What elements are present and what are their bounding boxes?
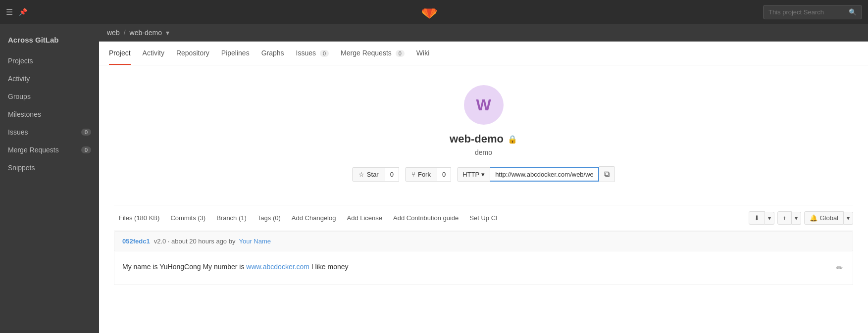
- star-icon: ☆: [358, 171, 364, 178]
- commit-hash-link[interactable]: 052fedc1: [122, 238, 150, 245]
- download-dropdown[interactable]: ▾: [765, 212, 774, 225]
- sidebar: Across GitLab Projects Activity Groups M…: [0, 24, 99, 333]
- commit-author-link[interactable]: Your Name: [239, 238, 271, 245]
- search-box[interactable]: 🔍: [763, 5, 862, 19]
- tab-graphs[interactable]: Graphs: [261, 42, 284, 65]
- global-label: Global: [819, 214, 838, 222]
- plus-icon: +: [783, 214, 787, 222]
- tab-merge-requests[interactable]: Merge Requests 0: [341, 42, 405, 65]
- breadcrumb-web-demo[interactable]: web-demo: [130, 29, 162, 37]
- merge-requests-tab-badge: 0: [396, 50, 405, 57]
- setup-ci-link[interactable]: Set Up CI: [464, 212, 502, 224]
- hamburger-icon[interactable]: ☰: [6, 7, 13, 17]
- fork-button-group: ⑂ Fork 0: [405, 167, 451, 182]
- readme-text-before: My name is YuHongCong My number is: [122, 263, 246, 271]
- commit-message: v2.0 · about 20 hours ago by: [154, 238, 236, 245]
- plus-button[interactable]: +: [777, 211, 792, 225]
- breadcrumb: web / web-demo ▾: [107, 29, 169, 37]
- clone-section: HTTP ▾ ⧉: [457, 166, 615, 182]
- nav-tabs: Project Activity Repository Pipelines Gr…: [99, 42, 868, 65]
- lock-icon: 🔒: [508, 135, 517, 144]
- pin-icon[interactable]: 📌: [19, 8, 27, 16]
- bell-icon: 🔔: [810, 214, 817, 222]
- sidebar-item-projects[interactable]: Projects: [0, 52, 99, 70]
- top-bar-center: [105, 3, 753, 21]
- breadcrumb-dropdown-icon[interactable]: ▾: [166, 29, 169, 37]
- project-name: web-demo: [450, 133, 504, 145]
- fork-button[interactable]: ⑂ Fork: [405, 167, 437, 182]
- breadcrumb-bar: web / web-demo ▾: [99, 24, 868, 42]
- tab-issues[interactable]: Issues 0: [296, 42, 329, 65]
- tab-pipelines[interactable]: Pipelines: [221, 42, 250, 65]
- top-bar: ☰ 📌 🔍: [0, 0, 868, 24]
- merge-requests-badge: 0: [81, 146, 91, 153]
- clone-url-input[interactable]: [490, 167, 599, 182]
- sidebar-item-label: Merge Requests: [8, 146, 59, 154]
- top-bar-left: ☰ 📌: [6, 7, 105, 17]
- copy-icon: ⧉: [604, 170, 610, 178]
- sidebar-item-label: Milestones: [8, 110, 41, 118]
- notification-button-group: 🔔 Global ▾: [804, 211, 853, 225]
- download-icon: ⬇: [754, 214, 760, 222]
- add-license-link[interactable]: Add License: [342, 212, 387, 224]
- sidebar-item-label: Snippets: [8, 164, 35, 172]
- tab-repository[interactable]: Repository: [176, 42, 209, 65]
- breadcrumb-separator: /: [124, 29, 126, 37]
- sidebar-item-merge-requests[interactable]: Merge Requests 0: [0, 141, 99, 159]
- tags-link[interactable]: Tags (0): [253, 212, 286, 224]
- repo-toolbar-left: Files (180 KB) Commits (3) Branch (1) Ta…: [114, 212, 503, 224]
- download-button[interactable]: ⬇: [749, 211, 765, 225]
- readme-text: My name is YuHongCong My number is www.a…: [122, 261, 349, 272]
- plus-dropdown[interactable]: ▾: [792, 212, 801, 225]
- tab-project[interactable]: Project: [109, 42, 131, 65]
- notification-dropdown[interactable]: ▾: [844, 212, 853, 225]
- clone-protocol-label: HTTP: [462, 171, 479, 178]
- notification-button[interactable]: 🔔 Global: [804, 211, 844, 225]
- download-button-group: ⬇ ▾: [749, 211, 774, 225]
- sidebar-item-groups[interactable]: Groups: [0, 88, 99, 105]
- sidebar-item-issues[interactable]: Issues 0: [0, 123, 99, 141]
- sidebar-item-snippets[interactable]: Snippets: [0, 159, 99, 177]
- top-bar-right: 🔍: [753, 5, 862, 19]
- readme-text-after: I like money: [309, 263, 349, 271]
- gitlab-logo[interactable]: [420, 3, 438, 21]
- sidebar-item-label: Activity: [8, 75, 30, 83]
- commits-link[interactable]: Commits (3): [165, 212, 210, 224]
- branch-link[interactable]: Branch (1): [211, 212, 252, 224]
- readme-section: My name is YuHongCong My number is www.a…: [114, 251, 853, 285]
- sidebar-item-activity[interactable]: Activity: [0, 70, 99, 88]
- plus-button-group: + ▾: [777, 211, 802, 225]
- star-button-group: ☆ Star 0: [352, 167, 399, 182]
- issues-tab-badge: 0: [320, 50, 329, 57]
- project-info: W web-demo 🔒 demo ☆ Star 0: [114, 75, 853, 205]
- main-content: web / web-demo ▾ Project Activity Reposi…: [99, 42, 868, 333]
- search-input[interactable]: [768, 8, 848, 16]
- edit-readme-icon[interactable]: ✏: [834, 261, 845, 275]
- files-link[interactable]: Files (180 KB): [114, 212, 164, 224]
- commit-meta: v2.0 · about 20 hours ago by Your Name: [154, 238, 271, 245]
- issues-badge: 0: [81, 129, 91, 136]
- project-avatar: W: [464, 85, 504, 125]
- breadcrumb-web[interactable]: web: [107, 29, 120, 37]
- fork-count: 0: [437, 167, 451, 182]
- add-contribution-link[interactable]: Add Contribution guide: [388, 212, 463, 224]
- star-count: 0: [385, 167, 399, 182]
- add-changelog-link[interactable]: Add Changelog: [287, 212, 341, 224]
- clone-protocol-selector[interactable]: HTTP ▾: [457, 167, 490, 182]
- tab-activity[interactable]: Activity: [143, 42, 164, 65]
- search-icon: 🔍: [849, 8, 857, 16]
- repo-toolbar-right: ⬇ ▾ + ▾ 🔔 Global ▾: [749, 211, 853, 225]
- repo-toolbar: Files (180 KB) Commits (3) Branch (1) Ta…: [114, 205, 853, 231]
- star-button[interactable]: ☆ Star: [352, 167, 385, 182]
- sidebar-item-milestones[interactable]: Milestones: [0, 105, 99, 123]
- content-wrapper: W web-demo 🔒 demo ☆ Star 0: [99, 65, 868, 295]
- sidebar-item-label: Issues: [8, 128, 28, 136]
- fork-icon: ⑂: [411, 171, 415, 178]
- clone-protocol-arrow: ▾: [481, 171, 485, 178]
- readme-link[interactable]: www.abcdocker.com: [246, 263, 309, 271]
- copy-url-button[interactable]: ⧉: [599, 166, 615, 182]
- tab-wiki[interactable]: Wiki: [416, 42, 429, 65]
- commit-info: 052fedc1 v2.0 · about 20 hours ago by Yo…: [114, 231, 853, 251]
- sidebar-item-label: Groups: [8, 93, 31, 100]
- action-buttons: ☆ Star 0 ⑂ Fork 0 HTTP: [114, 166, 853, 182]
